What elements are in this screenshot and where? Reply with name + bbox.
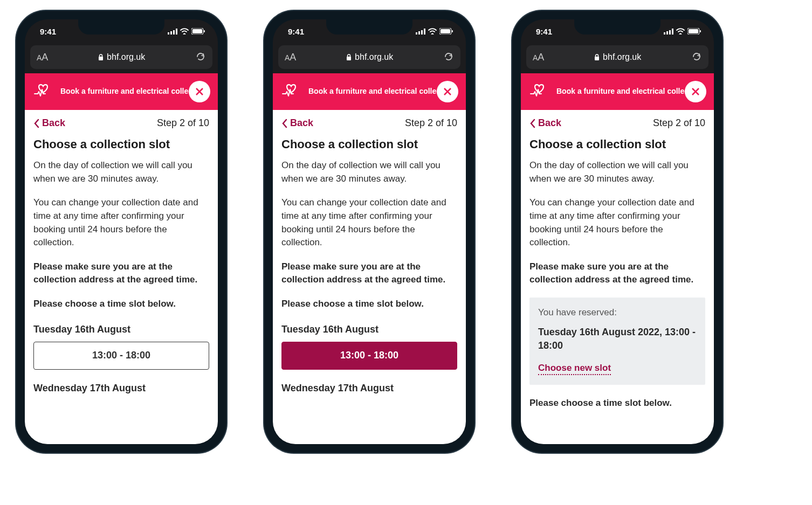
step-indicator: Step 2 of 10: [405, 117, 457, 129]
svg-rect-0: [168, 32, 169, 34]
svg-rect-11: [424, 29, 425, 34]
step-indicator: Step 2 of 10: [653, 117, 705, 129]
lock-icon: [346, 54, 352, 61]
page-title: Choose a collection slot: [281, 137, 457, 151]
close-icon: [691, 87, 700, 96]
browser-bar: AA bhf.org.uk: [30, 45, 212, 69]
svg-rect-13: [441, 29, 450, 33]
svg-rect-2: [173, 30, 175, 34]
phone-frame-3: 9:41 AA bhf.org.uk Book a furniture and …: [512, 11, 722, 453]
intro-para-1: On the day of collection we will call yo…: [529, 159, 705, 185]
lock-icon: [98, 54, 104, 61]
page-title: Choose a collection slot: [529, 137, 705, 151]
browser-bar: AA bhf.org.uk: [526, 45, 708, 69]
browser-url[interactable]: bhf.org.uk: [594, 52, 641, 62]
close-button[interactable]: [189, 81, 210, 102]
app-header: Book a furniture and electrical collecti…: [25, 73, 218, 110]
bhf-logo-icon: [280, 80, 302, 103]
back-button[interactable]: Back: [33, 117, 65, 129]
status-time: 9:41: [288, 27, 304, 36]
slot-button-1[interactable]: 13:00 - 18:00: [33, 342, 209, 370]
close-button[interactable]: [685, 81, 706, 102]
reload-icon[interactable]: [195, 51, 206, 64]
chevron-left-icon: [33, 119, 40, 128]
svg-rect-14: [452, 30, 453, 32]
text-size-icon[interactable]: AA: [285, 52, 296, 63]
svg-rect-3: [176, 29, 177, 34]
page-body: Choose a collection slot On the day of c…: [521, 132, 714, 426]
slot-button-1-selected[interactable]: 13:00 - 18:00: [281, 342, 457, 370]
reserved-box: You have reserved: Tuesday 16th August 2…: [529, 298, 705, 384]
status-time: 9:41: [536, 27, 552, 36]
intro-para-4: Please choose a time slot below.: [281, 298, 457, 311]
signal-icon: [664, 27, 673, 36]
page-content: Book a furniture and electrical collecti…: [521, 73, 714, 444]
intro-para-2: You can change your collection date and …: [529, 196, 705, 250]
svg-rect-1: [170, 31, 172, 34]
slot-date-1: Tuesday 16th August: [281, 324, 457, 335]
phone-frame-1: 9:41 AA bhf.org.uk Book a furniture and …: [16, 11, 226, 453]
back-button[interactable]: Back: [281, 117, 313, 129]
svg-rect-19: [672, 29, 673, 34]
svg-rect-5: [192, 29, 202, 33]
intro-para-2: You can change your collection date and …: [33, 196, 209, 250]
browser-url[interactable]: bhf.org.uk: [346, 52, 393, 62]
step-indicator: Step 2 of 10: [157, 117, 209, 129]
signal-icon: [416, 27, 425, 36]
bhf-logo-icon: [528, 80, 550, 103]
phone-screen: 9:41 AA bhf.org.uk Book a furniture and …: [521, 19, 714, 444]
intro-para-1: On the day of collection we will call yo…: [33, 159, 209, 185]
svg-rect-7: [99, 57, 103, 60]
phone-screen: 9:41 AA bhf.org.uk Book a furniture and …: [25, 19, 218, 444]
nav-row: Back Step 2 of 10: [521, 110, 714, 132]
text-size-icon[interactable]: AA: [37, 52, 48, 63]
lock-icon: [594, 54, 600, 61]
header-title: Book a furniture and electrical collecti…: [556, 87, 703, 96]
nav-row: Back Step 2 of 10: [25, 110, 218, 132]
reload-icon[interactable]: [443, 51, 454, 64]
app-header: Book a furniture and electrical collecti…: [521, 73, 714, 110]
status-indicators: [664, 27, 701, 36]
page-content: Book a furniture and electrical collecti…: [25, 73, 218, 444]
app-header: Book a furniture and electrical collecti…: [273, 73, 466, 110]
svg-rect-21: [689, 29, 698, 33]
choose-new-slot-link[interactable]: Choose new slot: [538, 363, 611, 375]
close-icon: [195, 87, 204, 96]
browser-bar: AA bhf.org.uk: [278, 45, 460, 69]
notch: [78, 19, 164, 34]
close-button[interactable]: [437, 81, 458, 102]
intro-para-4: Please choose a time slot below.: [33, 298, 209, 311]
svg-rect-18: [669, 30, 671, 34]
back-button[interactable]: Back: [529, 117, 561, 129]
nav-row: Back Step 2 of 10: [273, 110, 466, 132]
status-time: 9:41: [40, 27, 56, 36]
wifi-icon: [428, 27, 437, 36]
svg-rect-23: [595, 57, 599, 60]
text-size-icon[interactable]: AA: [533, 52, 544, 63]
svg-rect-22: [700, 30, 701, 32]
svg-rect-17: [666, 31, 668, 34]
status-indicators: [416, 27, 453, 36]
phone-frame-2: 9:41 AA bhf.org.uk Book a furniture and …: [264, 11, 474, 453]
notch: [574, 19, 660, 34]
header-title: Book a furniture and electrical collecti…: [308, 87, 455, 96]
phone-screen: 9:41 AA bhf.org.uk Book a furniture and …: [273, 19, 466, 444]
notch: [326, 19, 412, 34]
reload-icon[interactable]: [691, 51, 702, 64]
intro-para-3: Please make sure you are at the collecti…: [529, 260, 705, 287]
slot-date-2: Wednesday 17th August: [281, 383, 457, 394]
intro-para-1: On the day of collection we will call yo…: [281, 159, 457, 185]
battery-icon: [191, 27, 205, 36]
slot-date-1: Tuesday 16th August: [33, 324, 209, 335]
wifi-icon: [180, 27, 189, 36]
intro-para-2: You can change your collection date and …: [281, 196, 457, 250]
signal-icon: [168, 27, 177, 36]
status-indicators: [168, 27, 205, 36]
page-body: Choose a collection slot On the day of c…: [25, 132, 218, 406]
browser-url[interactable]: bhf.org.uk: [98, 52, 145, 62]
chevron-left-icon: [281, 119, 288, 128]
close-icon: [443, 87, 452, 96]
svg-rect-6: [204, 30, 205, 32]
slot-date-2: Wednesday 17th August: [33, 383, 209, 394]
svg-rect-16: [664, 32, 665, 34]
